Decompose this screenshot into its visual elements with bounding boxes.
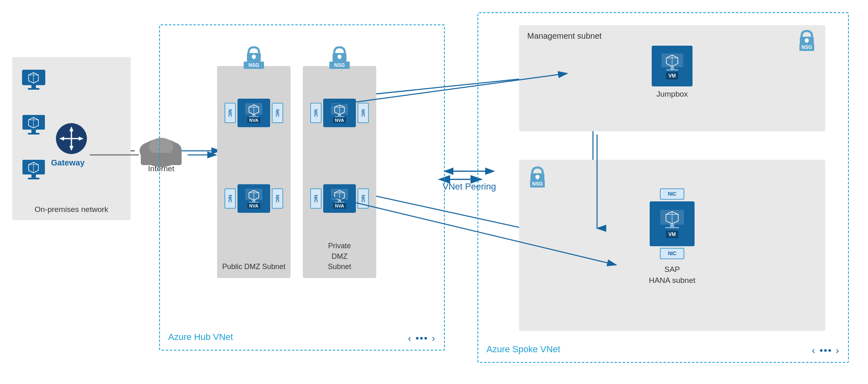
- sap-vm-box: VM: [650, 201, 695, 246]
- svg-rect-47: [252, 115, 255, 116]
- svg-rect-89: [670, 224, 674, 227]
- svg-rect-11: [31, 85, 36, 88]
- jumpbox-label: Jumpbox: [656, 90, 688, 99]
- private-nva-top: NIC NVA NIC: [310, 99, 369, 127]
- hub-vnet-box: Azure Hub VNet ‹ ••• › NSG NIC: [159, 24, 445, 351]
- svg-rect-68: [338, 200, 341, 202]
- svg-rect-80: [670, 67, 674, 69]
- private-nsg-label: NSG: [329, 62, 350, 69]
- svg-rect-57: [339, 57, 340, 59]
- sap-nic-bottom: NIC: [660, 248, 684, 259]
- sap-nsg-label: NSG: [530, 180, 545, 188]
- sap-nic-top: NIC: [660, 188, 684, 200]
- svg-rect-81: [666, 69, 678, 71]
- svg-rect-90: [665, 227, 679, 228]
- sap-subnet-box: NSG NIC VM: [519, 160, 825, 331]
- private-nic-left-top: NIC: [310, 103, 322, 123]
- nva-bottom-container: NIC NVA NIC: [224, 184, 283, 213]
- nic-left-top: NIC: [224, 103, 236, 123]
- svg-rect-17: [31, 130, 36, 133]
- svg-rect-63: [335, 116, 344, 117]
- sap-subnet-label: SAPHANA subnet: [649, 264, 695, 286]
- svg-rect-54: [249, 202, 259, 203]
- svg-rect-42: [253, 57, 255, 59]
- nva-bottom-vm: NVA: [238, 184, 270, 213]
- svg-rect-48: [249, 116, 259, 117]
- spoke-vnet-label: Azure Spoke VNet: [486, 344, 560, 355]
- onprem-label: On-premises network: [12, 205, 131, 214]
- public-nsg: NSG: [244, 46, 264, 69]
- monitor-icon-1: [20, 69, 47, 93]
- private-nva-bottom: NIC NVA NIC: [310, 184, 369, 213]
- private-nic-right-top: NIC: [357, 103, 369, 123]
- private-nsg: NSG: [329, 46, 350, 69]
- jumpbox-vm-container: VM Jumpbox: [652, 46, 693, 99]
- nic-right-bottom: NIC: [272, 188, 283, 209]
- svg-rect-24: [28, 178, 40, 179]
- diagram-container: Gateway On-premises network Internet Azu…: [0, 0, 868, 384]
- sap-vm-label: VM: [666, 231, 678, 238]
- svg-rect-69: [335, 202, 344, 203]
- private-nva-bottom-vm: NVA: [323, 184, 356, 213]
- spoke-dots: ‹ ••• ›: [812, 345, 840, 356]
- monitor-icon-3: [20, 159, 47, 183]
- hub-vnet-label: Azure Hub VNet: [168, 332, 233, 342]
- svg-rect-23: [31, 174, 36, 178]
- public-dmz-label: Public DMZ Subnet: [217, 262, 291, 272]
- svg-rect-18: [28, 133, 40, 135]
- sap-vm-container: NIC VM NIC SAPHANA subnet: [649, 188, 695, 286]
- svg-rect-12: [28, 88, 40, 90]
- nic-left-bottom: NIC: [224, 188, 236, 209]
- spoke-vnet-box: Azure Spoke VNet ‹ ••• › Management subn…: [477, 12, 849, 363]
- svg-rect-53: [252, 200, 255, 202]
- public-dmz-box: NSG NIC NVA: [217, 66, 291, 278]
- jumpbox-vm-label: VM: [666, 72, 678, 79]
- mgmt-nsg-label: NSG: [799, 44, 814, 51]
- svg-rect-84: [537, 177, 538, 179]
- public-nsg-label: NSG: [244, 62, 264, 69]
- jumpbox-vm-box: VM: [652, 46, 693, 86]
- nva-bottom-label: NVA: [247, 203, 260, 209]
- svg-rect-75: [806, 40, 808, 43]
- private-dmz-label: PrivateDMZSubnet: [303, 241, 376, 272]
- private-nic-right-bottom: NIC: [357, 188, 369, 209]
- private-nic-left-bottom: NIC: [310, 188, 322, 209]
- hub-dots: ‹ ••• ›: [408, 333, 436, 344]
- nva-top-container: NIC NVA NIC: [224, 99, 283, 127]
- nva-top-vm: NVA: [238, 99, 270, 127]
- monitor-icon-2: [20, 114, 47, 138]
- private-nva-top-vm: NVA: [323, 99, 356, 127]
- gateway-icon: [55, 122, 88, 155]
- mgmt-nsg: NSG: [797, 29, 817, 51]
- nva-top-label: NVA: [247, 117, 260, 123]
- nic-right-top: NIC: [272, 103, 283, 123]
- gateway-label: Gateway: [51, 158, 84, 168]
- private-dmz-box: NSG NIC NVA NIC: [303, 66, 376, 278]
- svg-rect-62: [338, 115, 341, 116]
- mgmt-subnet-title: Management subnet: [527, 31, 602, 41]
- mgmt-subnet-box: Management subnet NSG: [519, 25, 825, 131]
- sap-nsg: NSG: [527, 166, 548, 188]
- onprem-box: Gateway On-premises network: [12, 57, 131, 220]
